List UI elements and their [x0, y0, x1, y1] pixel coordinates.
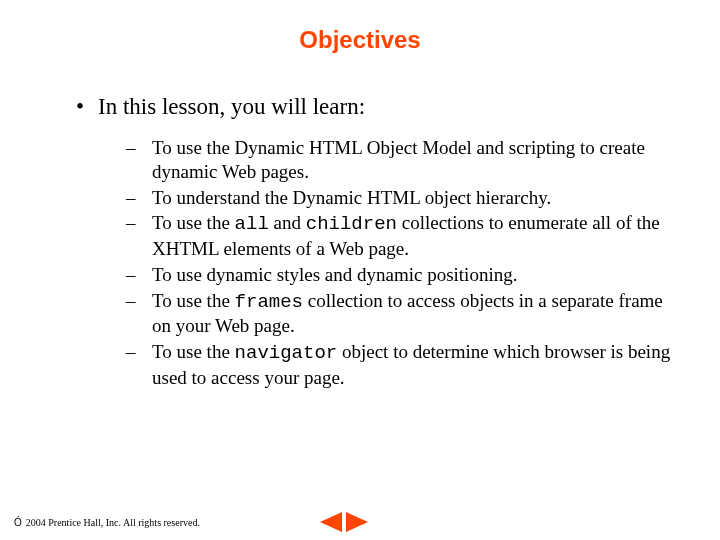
nav-arrows — [320, 512, 368, 532]
main-bullet: In this lesson, you will learn: — [54, 94, 680, 120]
list-item: To understand the Dynamic HTML object hi… — [126, 186, 680, 210]
list-item: To use dynamic styles and dynamic positi… — [126, 263, 680, 287]
list-item: To use the navigator object to determine… — [126, 340, 680, 390]
arrow-forward-icon[interactable] — [346, 512, 368, 532]
list-item: To use the Dynamic HTML Object Model and… — [126, 136, 680, 184]
list-item: To use the all and children collections … — [126, 211, 680, 261]
copyright-icon: Ó — [14, 517, 22, 528]
list-item: To use the frames collection to access o… — [126, 289, 680, 339]
sub-list: To use the Dynamic HTML Object Model and… — [54, 136, 680, 390]
content-area: In this lesson, you will learn: To use t… — [0, 94, 720, 390]
arrow-back-icon[interactable] — [320, 512, 342, 532]
slide-title: Objectives — [0, 26, 720, 54]
copyright-text: 2004 Prentice Hall, Inc. All rights rese… — [26, 517, 200, 528]
